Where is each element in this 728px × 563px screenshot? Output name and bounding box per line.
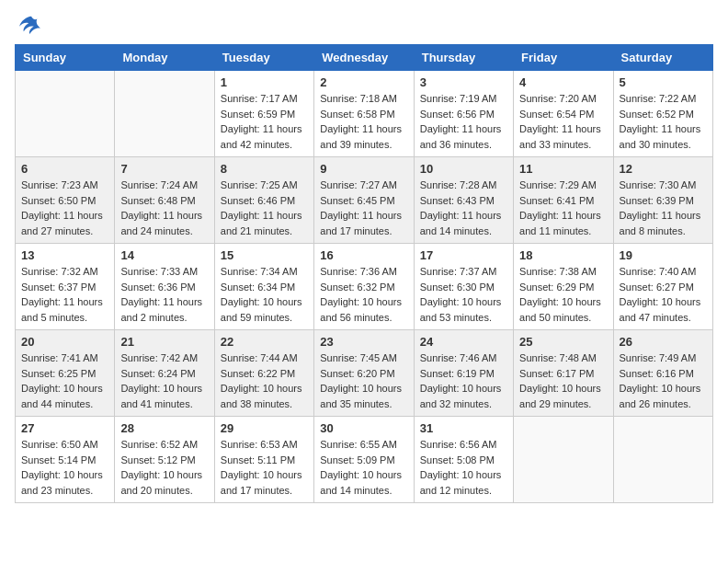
calendar-cell: 2Sunrise: 7:18 AM Sunset: 6:58 PM Daylig… — [314, 71, 414, 157]
calendar-cell: 4Sunrise: 7:20 AM Sunset: 6:54 PM Daylig… — [514, 71, 613, 157]
calendar-cell: 22Sunrise: 7:44 AM Sunset: 6:22 PM Dayli… — [214, 330, 313, 417]
day-info: Sunrise: 7:37 AM Sunset: 6:30 PM Dayligh… — [420, 264, 507, 325]
day-number: 23 — [320, 335, 407, 349]
calendar-cell: 26Sunrise: 7:49 AM Sunset: 6:16 PM Dayli… — [613, 330, 712, 417]
day-info: Sunrise: 7:44 AM Sunset: 6:22 PM Dayligh… — [221, 350, 308, 411]
calendar-week-row: 13Sunrise: 7:32 AM Sunset: 6:37 PM Dayli… — [16, 244, 713, 330]
day-info: Sunrise: 7:33 AM Sunset: 6:36 PM Dayligh… — [120, 264, 208, 325]
day-info: Sunrise: 6:52 AM Sunset: 5:12 PM Dayligh… — [120, 437, 208, 498]
day-info: Sunrise: 7:32 AM Sunset: 6:37 PM Dayligh… — [21, 264, 108, 325]
day-info: Sunrise: 7:28 AM Sunset: 6:43 PM Dayligh… — [420, 178, 507, 238]
calendar-cell: 16Sunrise: 7:36 AM Sunset: 6:32 PM Dayli… — [314, 244, 414, 330]
day-number: 16 — [320, 248, 407, 262]
day-number: 26 — [620, 335, 707, 349]
calendar-cell: 6Sunrise: 7:23 AM Sunset: 6:50 PM Daylig… — [16, 157, 115, 244]
calendar-week-row: 1Sunrise: 7:17 AM Sunset: 6:59 PM Daylig… — [16, 71, 713, 157]
calendar-cell: 12Sunrise: 7:30 AM Sunset: 6:39 PM Dayli… — [613, 157, 712, 244]
day-info: Sunrise: 7:18 AM Sunset: 6:58 PM Dayligh… — [320, 91, 407, 152]
day-number: 3 — [420, 75, 507, 89]
calendar-cell: 14Sunrise: 7:33 AM Sunset: 6:36 PM Dayli… — [115, 244, 214, 330]
day-info: Sunrise: 6:55 AM Sunset: 5:09 PM Dayligh… — [320, 437, 407, 498]
day-number: 19 — [620, 248, 707, 262]
day-number: 18 — [519, 248, 607, 262]
calendar-cell: 11Sunrise: 7:29 AM Sunset: 6:41 PM Dayli… — [514, 157, 613, 244]
calendar-cell: 23Sunrise: 7:45 AM Sunset: 6:20 PM Dayli… — [314, 330, 414, 417]
calendar-cell: 8Sunrise: 7:25 AM Sunset: 6:46 PM Daylig… — [214, 157, 313, 244]
day-number: 6 — [21, 162, 108, 176]
calendar-cell: 9Sunrise: 7:27 AM Sunset: 6:45 PM Daylig… — [314, 157, 414, 244]
calendar-cell: 13Sunrise: 7:32 AM Sunset: 6:37 PM Dayli… — [16, 244, 115, 330]
calendar-day-header: Wednesday — [314, 45, 414, 71]
day-info: Sunrise: 7:49 AM Sunset: 6:16 PM Dayligh… — [620, 350, 707, 411]
calendar-cell — [115, 71, 214, 157]
calendar-cell — [613, 417, 712, 503]
calendar-table: SundayMondayTuesdayWednesdayThursdayFrid… — [15, 44, 713, 503]
day-info: Sunrise: 7:24 AM Sunset: 6:48 PM Dayligh… — [120, 178, 208, 238]
day-info: Sunrise: 7:38 AM Sunset: 6:29 PM Dayligh… — [519, 264, 607, 325]
calendar-cell: 7Sunrise: 7:24 AM Sunset: 6:48 PM Daylig… — [115, 157, 214, 244]
calendar-header-row: SundayMondayTuesdayWednesdayThursdayFrid… — [16, 45, 713, 71]
day-info: Sunrise: 7:46 AM Sunset: 6:19 PM Dayligh… — [420, 350, 507, 411]
calendar-day-header: Sunday — [16, 45, 115, 71]
calendar-cell: 19Sunrise: 7:40 AM Sunset: 6:27 PM Dayli… — [613, 244, 712, 330]
day-number: 5 — [620, 75, 707, 89]
day-number: 4 — [519, 75, 607, 89]
day-number: 12 — [620, 162, 707, 176]
day-info: Sunrise: 7:25 AM Sunset: 6:46 PM Dayligh… — [221, 178, 308, 238]
calendar-day-header: Tuesday — [214, 45, 313, 71]
calendar-cell: 10Sunrise: 7:28 AM Sunset: 6:43 PM Dayli… — [414, 157, 513, 244]
calendar-day-header: Saturday — [613, 45, 712, 71]
day-info: Sunrise: 7:19 AM Sunset: 6:56 PM Dayligh… — [420, 91, 507, 152]
calendar-cell: 1Sunrise: 7:17 AM Sunset: 6:59 PM Daylig… — [214, 71, 313, 157]
day-number: 25 — [519, 335, 607, 349]
day-number: 17 — [420, 248, 507, 262]
day-number: 10 — [420, 162, 507, 176]
day-info: Sunrise: 7:48 AM Sunset: 6:17 PM Dayligh… — [519, 350, 607, 411]
calendar-cell — [16, 71, 115, 157]
day-number: 30 — [320, 421, 407, 435]
day-number: 8 — [221, 162, 308, 176]
day-info: Sunrise: 7:45 AM Sunset: 6:20 PM Dayligh… — [320, 350, 407, 411]
calendar-day-header: Monday — [115, 45, 214, 71]
calendar-cell: 15Sunrise: 7:34 AM Sunset: 6:34 PM Dayli… — [214, 244, 313, 330]
calendar-cell: 3Sunrise: 7:19 AM Sunset: 6:56 PM Daylig… — [414, 71, 513, 157]
calendar-cell: 25Sunrise: 7:48 AM Sunset: 6:17 PM Dayli… — [514, 330, 613, 417]
day-number: 31 — [420, 421, 507, 435]
day-number: 9 — [320, 162, 407, 176]
day-number: 14 — [120, 248, 208, 262]
day-number: 7 — [120, 162, 208, 176]
calendar-cell: 17Sunrise: 7:37 AM Sunset: 6:30 PM Dayli… — [414, 244, 513, 330]
day-info: Sunrise: 6:50 AM Sunset: 5:14 PM Dayligh… — [21, 437, 108, 498]
day-number: 15 — [221, 248, 308, 262]
day-number: 1 — [221, 75, 308, 89]
day-number: 29 — [221, 421, 308, 435]
calendar-day-header: Friday — [514, 45, 613, 71]
calendar-cell — [514, 417, 613, 503]
day-info: Sunrise: 7:23 AM Sunset: 6:50 PM Dayligh… — [21, 178, 108, 238]
day-number: 11 — [519, 162, 607, 176]
calendar-day-header: Thursday — [414, 45, 513, 71]
page-header — [15, 15, 713, 35]
day-info: Sunrise: 7:22 AM Sunset: 6:52 PM Dayligh… — [620, 91, 707, 152]
day-info: Sunrise: 7:20 AM Sunset: 6:54 PM Dayligh… — [519, 91, 607, 152]
day-number: 13 — [21, 248, 108, 262]
day-info: Sunrise: 7:27 AM Sunset: 6:45 PM Dayligh… — [320, 178, 407, 238]
calendar-week-row: 27Sunrise: 6:50 AM Sunset: 5:14 PM Dayli… — [16, 417, 713, 503]
calendar-cell: 24Sunrise: 7:46 AM Sunset: 6:19 PM Dayli… — [414, 330, 513, 417]
logo-bird-icon — [18, 15, 44, 35]
day-number: 20 — [21, 335, 108, 349]
day-info: Sunrise: 7:40 AM Sunset: 6:27 PM Dayligh… — [620, 264, 707, 325]
calendar-cell: 20Sunrise: 7:41 AM Sunset: 6:25 PM Dayli… — [16, 330, 115, 417]
calendar-cell: 27Sunrise: 6:50 AM Sunset: 5:14 PM Dayli… — [16, 417, 115, 503]
day-info: Sunrise: 6:53 AM Sunset: 5:11 PM Dayligh… — [221, 437, 308, 498]
calendar-cell: 29Sunrise: 6:53 AM Sunset: 5:11 PM Dayli… — [214, 417, 313, 503]
day-info: Sunrise: 7:17 AM Sunset: 6:59 PM Dayligh… — [221, 91, 308, 152]
calendar-cell: 21Sunrise: 7:42 AM Sunset: 6:24 PM Dayli… — [115, 330, 214, 417]
calendar-cell: 31Sunrise: 6:56 AM Sunset: 5:08 PM Dayli… — [414, 417, 513, 503]
day-info: Sunrise: 7:42 AM Sunset: 6:24 PM Dayligh… — [120, 350, 208, 411]
day-info: Sunrise: 7:34 AM Sunset: 6:34 PM Dayligh… — [221, 264, 308, 325]
day-number: 2 — [320, 75, 407, 89]
day-info: Sunrise: 7:36 AM Sunset: 6:32 PM Dayligh… — [320, 264, 407, 325]
day-info: Sunrise: 7:30 AM Sunset: 6:39 PM Dayligh… — [620, 178, 707, 238]
day-number: 22 — [221, 335, 308, 349]
